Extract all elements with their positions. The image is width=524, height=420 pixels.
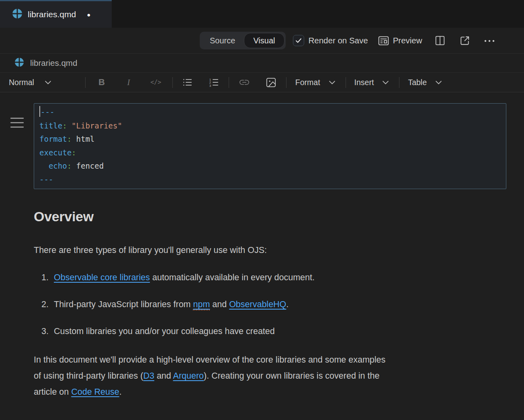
paragraph-segment: In this document we'll provide a high-le…: [34, 355, 385, 365]
link-button[interactable]: [239, 77, 250, 88]
quarto-icon: [14, 57, 24, 69]
chevron-down-icon: [435, 80, 442, 85]
yaml-key: format: [39, 135, 67, 143]
list-marker: 2.: [34, 296, 54, 312]
toolbar-separator: [172, 77, 173, 88]
insert-menu[interactable]: Insert: [354, 78, 389, 87]
drag-handle-icon[interactable]: [10, 118, 24, 128]
spellcheck-underline: npm: [193, 300, 210, 310]
code-button[interactable]: </>: [150, 79, 162, 86]
yaml-colon: :: [67, 135, 76, 143]
format-menu[interactable]: Format: [295, 78, 336, 87]
code-line: ---: [39, 106, 506, 119]
breadcrumb: libraries.qmd: [0, 53, 524, 73]
split-editor-icon: [435, 35, 445, 46]
yaml-colon: :: [67, 161, 76, 170]
link-observablehq[interactable]: ObservableHQ: [229, 300, 286, 309]
link-d3[interactable]: D3: [143, 371, 154, 381]
tab-libraries-qmd[interactable]: libraries.qmd ●: [0, 0, 112, 28]
open-external-icon: [460, 35, 470, 46]
render-on-save-checkbox[interactable]: [293, 35, 304, 46]
list-item-text: Custom libraries you and/or your colleag…: [54, 323, 275, 339]
paragraph-style-label: Normal: [9, 78, 34, 87]
link-observable-core-libraries[interactable]: Observable core libraries: [54, 273, 150, 282]
toolbar-separator: [399, 77, 399, 88]
yaml-colon: :: [72, 148, 76, 157]
image-icon: [266, 77, 276, 88]
yaml-colon: :: [62, 121, 72, 130]
more-actions-icon: [483, 35, 495, 46]
intro-paragraph: There are three types of library you'll …: [34, 242, 524, 258]
image-button[interactable]: [266, 77, 276, 88]
numbered-list-icon: 1 2 3: [209, 77, 219, 88]
checkmark-icon: [295, 37, 302, 44]
list-item-segment: and: [210, 300, 229, 309]
toolbar-separator: [346, 77, 346, 88]
editor-action-row: Source Visual Render on Save Preview: [0, 28, 524, 53]
yaml-delimiter: ---: [39, 175, 53, 184]
list-marker: 3.: [34, 323, 54, 339]
tab-title: libraries.qmd: [28, 10, 76, 19]
link-code-reuse[interactable]: Code Reuse: [71, 387, 119, 397]
format-menu-label: Format: [295, 78, 320, 87]
breadcrumb-filename[interactable]: libraries.qmd: [30, 58, 77, 68]
link-npm[interactable]: npm: [193, 300, 210, 309]
yaml-value: "Libraries": [72, 121, 122, 130]
preview-button[interactable]: Preview: [378, 35, 422, 46]
list-item-text: Third-party JavaScript libraries from np…: [54, 296, 289, 312]
code-line: ---: [39, 173, 506, 187]
yaml-value: html: [76, 135, 95, 143]
toolbar-separator: [229, 77, 229, 88]
list-item-tail: automatically available in every documen…: [150, 273, 315, 282]
quarto-icon: [12, 8, 23, 20]
chevron-down-icon: [329, 80, 336, 85]
table-menu[interactable]: Table: [408, 78, 442, 87]
toolbar-separator: [85, 77, 86, 88]
code-line: format: html: [39, 133, 506, 146]
numbered-list-button[interactable]: 1 2 3: [209, 77, 219, 88]
bullet-list-icon: [182, 77, 192, 88]
paragraph-segment: ). Creating your own libraries is covere…: [204, 371, 379, 381]
paragraph-segment: of using third-party libraries (: [34, 371, 143, 381]
list-item: 3. Custom libraries you and/or your coll…: [34, 323, 524, 339]
svg-text:3: 3: [209, 84, 211, 88]
visual-mode-button[interactable]: Visual: [244, 33, 284, 48]
more-actions-button[interactable]: [483, 35, 495, 46]
toolbar-separator: [286, 77, 287, 88]
unsaved-dot-icon[interactable]: ●: [87, 12, 90, 18]
visual-editor-canvas: ---title: "Libraries"format: htmlexecute…: [0, 103, 524, 420]
bullet-list-button[interactable]: [182, 77, 192, 88]
italic-button[interactable]: I: [124, 77, 133, 88]
split-editor-button[interactable]: [435, 35, 445, 46]
yaml-front-matter-block[interactable]: ---title: "Libraries"format: htmlexecute…: [34, 103, 506, 189]
list-item-segment: Third-party JavaScript libraries from: [54, 300, 193, 309]
open-external-button[interactable]: [460, 35, 470, 46]
list-marker: 1.: [34, 269, 54, 285]
yaml-key: execute: [39, 148, 72, 157]
code-line: title: "Libraries": [39, 119, 506, 133]
link-icon: [239, 77, 250, 88]
list-item-segment: .: [286, 300, 289, 309]
yaml-value: fenced: [76, 161, 104, 170]
preview-label: Preview: [393, 36, 422, 45]
text-cursor: [39, 106, 40, 117]
code-line: execute:: [39, 146, 506, 160]
yaml-delimiter: ---: [41, 108, 54, 116]
tab-bar: libraries.qmd ●: [0, 0, 524, 28]
bold-button[interactable]: B: [97, 77, 106, 88]
source-mode-button[interactable]: Source: [201, 33, 244, 48]
heading-overview: Overview: [34, 208, 524, 225]
chevron-down-icon: [382, 80, 389, 85]
paragraph-style-dropdown[interactable]: Normal: [9, 78, 51, 87]
insert-menu-label: Insert: [354, 78, 374, 87]
paragraph-segment: .: [119, 387, 122, 397]
source-visual-toggle: Source Visual: [200, 32, 286, 49]
link-arquero[interactable]: Arquero: [173, 371, 204, 381]
code-line: echo: fenced: [39, 159, 506, 173]
yaml-key: title: [39, 121, 62, 130]
list-item: 2. Third-party JavaScript libraries from…: [34, 296, 524, 312]
closing-paragraph: In this document we'll provide a high-le…: [34, 352, 524, 400]
format-toolbar: Normal B I </> 1 2 3: [0, 73, 524, 92]
list-item: 1. Observable core libraries automatical…: [34, 269, 524, 285]
list-item-text: Observable core libraries automatically …: [54, 269, 315, 285]
